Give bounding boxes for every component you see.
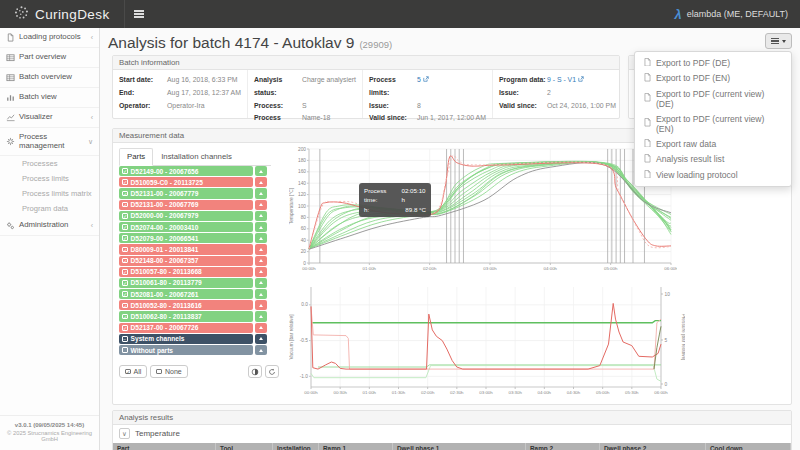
part-row[interactable]: ✓D52137-00 - 20067726 (119, 323, 267, 333)
collapse-row-button[interactable] (255, 267, 267, 277)
collapse-row-button[interactable] (255, 200, 267, 210)
collapse-row-button[interactable] (255, 177, 267, 187)
checkbox-checked-icon[interactable]: ✓ (122, 291, 128, 297)
part-row[interactable]: ✓D510052-80 - 20113616 (119, 300, 267, 310)
sidebar-toggle-button[interactable] (124, 0, 154, 28)
tab-installation-channels[interactable]: Installation channels (153, 148, 240, 165)
copyright: © 2025 Strucnamics Engineering GmbH (4, 430, 95, 442)
checkbox-checked-icon[interactable]: ✓ (122, 258, 128, 264)
checkbox-empty-icon[interactable] (122, 347, 128, 353)
checkbox-checked-icon[interactable]: ✓ (122, 202, 128, 208)
checkbox-checked-icon[interactable]: ✓ (122, 213, 128, 219)
part-row[interactable]: ✓D52131-00 - 20067769 (119, 200, 267, 210)
checkbox-checked-icon[interactable]: ✓ (122, 314, 128, 320)
column-header-ramp-2[interactable]: Ramp 2 (526, 443, 600, 450)
menu-item-export-to-pdf-de[interactable]: Export to PDF (DE) (635, 55, 791, 71)
collapse-up-icon (259, 304, 263, 307)
column-header-installation[interactable]: Installation (273, 443, 319, 450)
svg-text:00:30h: 00:30h (333, 390, 347, 395)
collapse-row-button[interactable] (255, 222, 267, 232)
chart-tooltip: Process time:02:05:10 h h:89.8 °C (359, 183, 431, 217)
collapse-row-button[interactable] (255, 300, 267, 310)
column-header-ramp-1[interactable]: Ramp 1 (319, 443, 393, 450)
collapse-row-button[interactable] (255, 166, 267, 176)
checkbox-checked-icon[interactable]: ✓ (122, 224, 128, 230)
collapse-row-button[interactable] (255, 233, 267, 243)
temperature-chart[interactable]: Process time:02:05:10 h h:89.8 °C 020406… (289, 145, 677, 275)
checkbox-checked-icon[interactable]: ✓ (122, 191, 128, 197)
tab-parts[interactable]: Parts (119, 148, 153, 166)
part-row[interactable]: ✓D52148-00 - 20067357 (119, 256, 267, 266)
part-row[interactable]: ✓D52131-00 - 20067779 (119, 188, 267, 198)
menu-item-export-to-pdf-current-view-en[interactable]: Export to PDF (current view) (EN) (635, 111, 791, 136)
part-row[interactable]: ✓D510059-C0 - 20113725 (119, 177, 267, 187)
column-header-cool-down[interactable]: Cool down (706, 443, 791, 450)
part-row[interactable]: ✓D510057-80 - 20113668 (119, 267, 267, 277)
document-icon (644, 58, 651, 69)
menu-item-analysis-result-list[interactable]: Analysis result list (635, 152, 791, 168)
vacuum-pressure-chart[interactable]: 0.0-0.5-1.000:00h00:30h01:00h01:30h02:00… (289, 283, 685, 399)
checkbox-minus-icon[interactable]: − (122, 336, 128, 342)
menu-item-export-to-pdf-current-view-de[interactable]: Export to PDF (current view) (DE) (635, 86, 791, 111)
checkbox-checked-icon[interactable]: ✓ (122, 168, 128, 174)
column-header-tool[interactable]: Tool (216, 443, 273, 450)
sidebar-item-process-management[interactable]: Process management∨ (0, 128, 99, 156)
collapse-row-button[interactable] (255, 244, 267, 254)
column-header-dwell-phase-2[interactable]: Dwell phase 2 (600, 443, 706, 450)
sidebar-item-visualizer[interactable]: Visualizer‹ (0, 108, 99, 128)
app-logo[interactable]: CuringDesk (0, 0, 124, 28)
menu-item-export-raw-data[interactable]: Export raw data (635, 136, 791, 152)
collapse-row-button[interactable] (255, 289, 267, 299)
collapse-temperature-button[interactable]: ∨ (119, 428, 130, 439)
collapse-row-button[interactable] (255, 345, 267, 355)
sidebar-subitem-program-data[interactable]: Program data (0, 201, 99, 216)
checkbox-checked-icon[interactable]: ✓ (122, 269, 128, 275)
collapse-row-button[interactable] (255, 278, 267, 288)
sidebar-item-batch-overview[interactable]: Batch overview (0, 68, 99, 88)
svg-text:00:00h: 00:00h (302, 266, 316, 271)
collapse-row-button[interactable] (255, 334, 267, 344)
invert-selection-button[interactable] (248, 365, 262, 378)
svg-text:10: 10 (665, 292, 671, 297)
part-row[interactable]: ✓D52081-00 - 20067261 (119, 289, 267, 299)
column-header-dwell-phase-1[interactable]: Dwell phase 1 (393, 443, 526, 450)
user-menu[interactable]: λ elambda (ME, DEFAULT) (674, 7, 800, 22)
collapse-row-button[interactable] (255, 211, 267, 221)
part-row[interactable]: −System channels (119, 334, 267, 344)
collapse-row-button[interactable] (255, 188, 267, 198)
part-row[interactable]: ✓D510062-80 - 20113837 (119, 311, 267, 321)
sidebar-item-loading-protocols[interactable]: Loading protocols‹ (0, 28, 99, 48)
info-value-link[interactable]: 5 (417, 74, 429, 100)
info-value: Jun 1, 2017, 12:00 AM (417, 112, 486, 125)
part-row[interactable]: ✓D80009-01 - 20013841 (119, 244, 267, 254)
refresh-button[interactable] (265, 365, 279, 378)
part-row[interactable]: ✓D52074-00 - 20003410 (119, 222, 267, 232)
sidebar-subitem-processes[interactable]: Processes (0, 156, 99, 171)
sidebar-item-batch-view[interactable]: Batch view (0, 88, 99, 108)
sidebar-item-administration[interactable]: Administration‹ (0, 216, 99, 236)
menu-item-export-to-pdf-en[interactable]: Export to PDF (EN) (635, 71, 791, 87)
part-row[interactable]: ✓D510061-80 - 20113779 (119, 278, 267, 288)
checkbox-checked-icon[interactable]: ✓ (122, 280, 128, 286)
part-row[interactable]: Without parts (119, 345, 267, 355)
part-row[interactable]: ✓D52079-00 - 20066541 (119, 233, 267, 243)
export-menu-button[interactable] (765, 33, 792, 49)
select-all-button[interactable]: ✓ All (119, 365, 147, 378)
checkbox-checked-icon[interactable]: ✓ (122, 325, 128, 331)
checkbox-checked-icon[interactable]: ✓ (122, 303, 128, 309)
info-value-link[interactable]: 9 - S - V1 (547, 74, 584, 87)
collapse-row-button[interactable] (255, 323, 267, 333)
column-header-part[interactable]: Part (113, 443, 216, 450)
sidebar-subitem-process-limits[interactable]: Process limits (0, 171, 99, 186)
sidebar-subitem-process-limits-matrix[interactable]: Process limits matrix (0, 186, 99, 201)
part-row[interactable]: ✓D52000-00 - 20067979 (119, 211, 267, 221)
checkbox-checked-icon[interactable]: ✓ (122, 235, 128, 241)
collapse-row-button[interactable] (255, 256, 267, 266)
select-none-button[interactable]: None (150, 365, 187, 378)
part-row[interactable]: ✓D52149-00 - 20067656 (119, 166, 267, 176)
checkbox-checked-icon[interactable]: ✓ (122, 179, 128, 185)
sidebar-item-part-overview[interactable]: Part overview (0, 48, 99, 68)
checkbox-checked-icon[interactable]: ✓ (122, 247, 128, 253)
menu-item-view-loading-protocol[interactable]: View loading protocol (635, 167, 791, 183)
collapse-row-button[interactable] (255, 311, 267, 321)
